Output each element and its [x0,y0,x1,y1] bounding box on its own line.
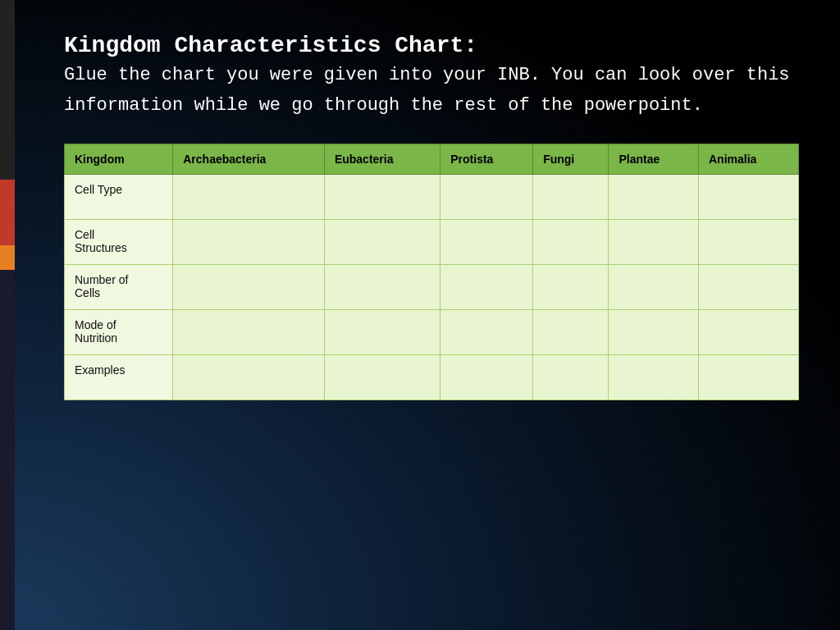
cell-eubacteria-cellstructures [324,220,440,265]
row-label-numberofcells: Number ofCells [65,265,173,310]
subtitle-line2: information while we go through the rest… [64,92,799,119]
cell-animalia-celltype [698,175,798,220]
table-header-row: Kingdom Archaebacteria Eubacteria Protis… [65,144,799,175]
row-label-modeofnutrition: Mode ofNutrition [65,310,173,355]
cell-plantae-numberofcells [609,265,698,310]
cell-fungi-examples [533,355,609,400]
col-header-animalia: Animalia [698,144,798,175]
cell-protista-nutrition [441,310,533,355]
table-row: Cell Type [65,175,799,220]
cell-archaebacteria-examples [173,355,325,400]
row-label-cellstructures: CellStructures [65,220,173,265]
col-header-fungi: Fungi [533,144,609,175]
table-row: Number ofCells [65,265,799,310]
cell-plantae-cellstructures [609,220,698,265]
kingdom-table: Kingdom Archaebacteria Eubacteria Protis… [64,144,799,400]
row-label-celltype: Cell Type [65,175,173,220]
cell-fungi-celltype [533,175,609,220]
cell-eubacteria-examples [324,355,440,400]
accent-red [0,180,15,245]
cell-protista-cellstructures [441,220,533,265]
cell-animalia-nutrition [698,310,798,355]
left-accent-bar [0,0,15,630]
col-header-eubacteria: Eubacteria [324,144,440,175]
accent-orange [0,245,15,270]
cell-plantae-nutrition [609,310,698,355]
table-row: CellStructures [65,220,799,265]
title-main: Kingdom Characteristics Chart: [64,33,477,58]
accent-dark [0,0,15,180]
cell-eubacteria-numberofcells [324,265,440,310]
col-header-protista: Protista [441,144,533,175]
col-header-plantae: Plantae [609,144,698,175]
cell-archaebacteria-nutrition [173,310,325,355]
accent-bottom [0,270,15,630]
col-header-kingdom: Kingdom [65,144,173,175]
row-label-examples: Examples [65,355,173,400]
cell-protista-numberofcells [441,265,533,310]
cell-eubacteria-nutrition [324,310,440,355]
cell-archaebacteria-numberofcells [173,265,325,310]
title-line1: Kingdom Characteristics Chart: [64,33,799,58]
table-row: Examples [65,355,799,400]
cell-eubacteria-celltype [324,175,440,220]
cell-archaebacteria-celltype [173,175,325,220]
main-content: Kingdom Characteristics Chart: Glue the … [15,0,840,630]
cell-animalia-numberofcells [698,265,798,310]
cell-animalia-cellstructures [698,220,798,265]
table-row: Mode ofNutrition [65,310,799,355]
cell-fungi-numberofcells [533,265,609,310]
cell-protista-celltype [441,175,533,220]
cell-fungi-cellstructures [533,220,609,265]
cell-animalia-examples [698,355,798,400]
cell-protista-examples [441,355,533,400]
cell-archaebacteria-cellstructures [173,220,325,265]
subtitle-line1: Glue the chart you were given into your … [64,62,799,89]
cell-plantae-examples [609,355,698,400]
col-header-archaebacteria: Archaebacteria [173,144,325,175]
cell-fungi-nutrition [533,310,609,355]
table-container: Kingdom Archaebacteria Eubacteria Protis… [64,144,799,400]
title-block: Kingdom Characteristics Chart: Glue the … [64,33,799,119]
cell-plantae-celltype [609,175,698,220]
